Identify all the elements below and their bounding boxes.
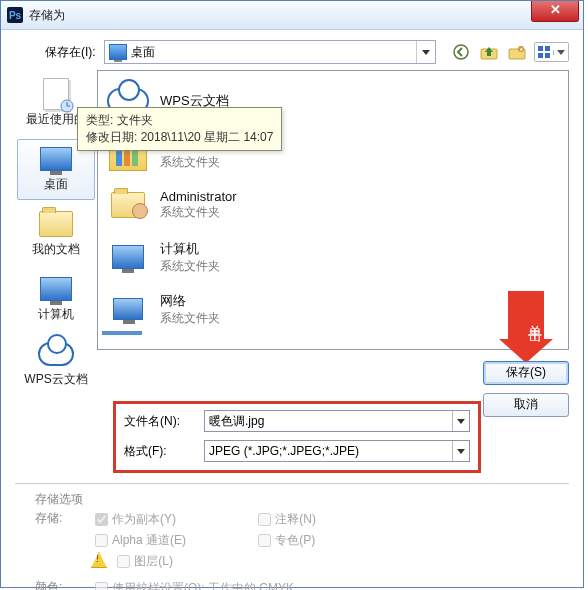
up-folder-icon[interactable] — [478, 42, 500, 62]
alpha-checkbox — [95, 534, 108, 547]
close-button[interactable]: ✕ — [531, 1, 579, 22]
titlebar: Ps 存储为 ✕ — [1, 1, 583, 30]
layers-label: 图层(L) — [134, 553, 173, 570]
notes-checkbox — [258, 513, 271, 526]
warning-icon — [91, 552, 107, 568]
options-section-label: 存储选项 — [35, 491, 91, 508]
store-label: 存储: — [35, 510, 91, 527]
item-type: 系统文件夹 — [160, 154, 220, 171]
view-menu[interactable] — [534, 42, 569, 62]
list-item[interactable]: 网络 系统文件夹 — [104, 283, 562, 335]
app-icon: Ps — [7, 7, 23, 23]
tooltip: 类型: 文件夹 修改日期: 2018\11\20 星期二 14:07 — [77, 107, 282, 151]
divider — [15, 483, 569, 485]
color-label: 颜色: — [35, 579, 91, 590]
notes-label: 注释(N) — [275, 511, 316, 528]
cancel-button[interactable]: 取消 — [483, 393, 569, 417]
item-name: 计算机 — [160, 240, 220, 258]
view-dropdown-arrow[interactable] — [553, 50, 568, 55]
filename-label: 文件名(N): — [124, 413, 196, 430]
format-label: 格式(F): — [124, 443, 196, 460]
layers-checkbox — [117, 555, 130, 568]
tooltip-type: 类型: 文件夹 — [86, 112, 273, 129]
place-computer-label: 计算机 — [18, 306, 94, 323]
back-icon[interactable] — [450, 42, 472, 62]
location-dropdown-arrow[interactable] — [416, 41, 435, 63]
view-icon — [535, 46, 553, 58]
computer-icon — [112, 245, 144, 269]
filename-format-highlight: 文件名(N): 暖色调.jpg 格式(F): JPEG (*.JPG;*.JPE… — [113, 401, 481, 473]
list-item[interactable]: Administrator 系统文件夹 — [104, 179, 562, 231]
filename-value: 暖色调.jpg — [209, 413, 264, 430]
as-copy-checkbox — [95, 513, 108, 526]
proof-checkbox — [95, 582, 108, 590]
place-mydocs[interactable]: 我的文档 — [17, 204, 95, 265]
spot-checkbox — [258, 534, 271, 547]
save-in-label: 保存在(I): — [45, 44, 96, 61]
place-wpscloud[interactable]: WPS云文档 — [17, 334, 95, 395]
tooltip-date: 修改日期: 2018\11\20 星期二 14:07 — [86, 129, 273, 146]
item-type: 系统文件夹 — [160, 204, 237, 221]
item-name: Administrator — [160, 189, 237, 204]
spot-label: 专色(P) — [275, 532, 315, 549]
svg-rect-5 — [538, 46, 543, 51]
place-wpscloud-label: WPS云文档 — [18, 371, 94, 388]
network-icon — [113, 298, 143, 320]
location-value: 桌面 — [131, 44, 155, 61]
user-folder-icon — [111, 192, 145, 218]
desktop-icon — [109, 44, 127, 60]
svg-point-0 — [454, 45, 468, 59]
callout-text: 单击 — [508, 291, 544, 339]
proof-label: 使用校样设置(O): 工作中的 CMYK — [112, 580, 294, 590]
format-dropdown-arrow[interactable] — [452, 441, 469, 461]
svg-rect-7 — [538, 53, 543, 58]
list-item[interactable]: 计算机 系统文件夹 — [104, 231, 562, 283]
new-folder-icon[interactable]: ★ — [506, 42, 528, 62]
as-copy-label: 作为副本(Y) — [112, 511, 176, 528]
place-computer[interactable]: 计算机 — [17, 269, 95, 330]
svg-rect-8 — [545, 53, 550, 58]
filename-input[interactable]: 暖色调.jpg — [204, 410, 470, 432]
format-select[interactable]: JPEG (*.JPG;*.JPEG;*.JPE) — [204, 440, 470, 462]
alpha-label: Alpha 通道(E) — [112, 532, 186, 549]
callout-arrow: 单击 — [499, 291, 553, 371]
item-type: 系统文件夹 — [160, 310, 220, 327]
save-options: 存储选项 存储: 作为副本(Y) 注释(N) Alpha 通道(E) 专色(P)… — [15, 491, 569, 590]
location-select[interactable]: 桌面 — [104, 40, 436, 64]
filename-dropdown-arrow[interactable] — [452, 411, 469, 431]
item-name: 网络 — [160, 292, 220, 310]
place-desktop-label: 桌面 — [18, 176, 94, 193]
svg-rect-6 — [545, 46, 550, 51]
save-button[interactable]: 保存(S) — [483, 361, 569, 385]
format-value: JPEG (*.JPG;*.JPEG;*.JPE) — [209, 444, 359, 458]
window-title: 存储为 — [29, 7, 65, 24]
item-type: 系统文件夹 — [160, 258, 220, 275]
place-mydocs-label: 我的文档 — [18, 241, 94, 258]
